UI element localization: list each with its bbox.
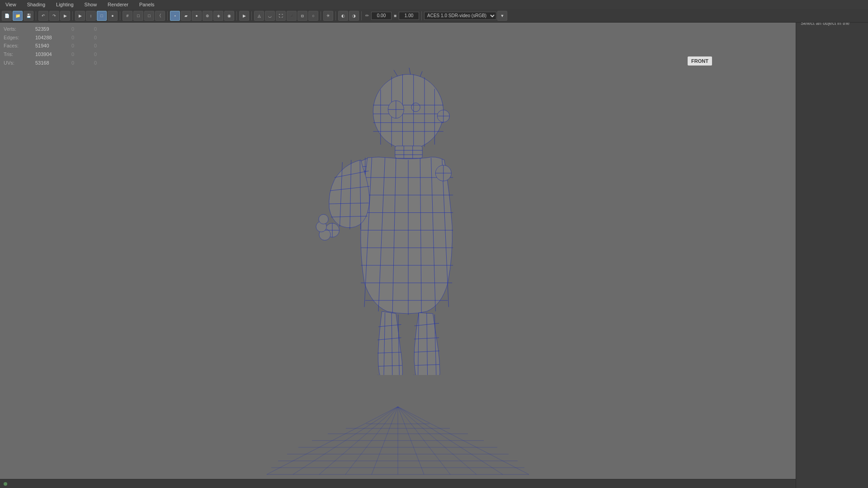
solid-btn[interactable]: ● (108, 11, 118, 21)
select-btn[interactable]: ▶ (75, 11, 85, 21)
faces-extra: 0 (94, 42, 108, 50)
deform-btn[interactable]: ◘ (297, 11, 307, 21)
rotate-label: ✏ (364, 13, 370, 18)
status-indicator (4, 482, 7, 486)
tris-row: Tris: 103904 0 0 (4, 50, 108, 59)
misc1-btn[interactable]: ○ (308, 11, 318, 21)
sep-6 (251, 11, 252, 20)
viewport[interactable]: FRONT .wire { fill: none; stroke: #2233a… (0, 23, 796, 488)
uvs-row: UVs: 53168 0 0 (4, 59, 108, 67)
menu-bar: View Shading Lighting Show Renderer Pane… (0, 0, 868, 9)
rotate-input[interactable] (371, 12, 392, 20)
tris-sel: 0 (71, 50, 85, 59)
hide-btn[interactable]: ◑ (349, 11, 359, 21)
edges-extra: 0 (94, 33, 108, 42)
redo-btn[interactable]: ↷ (49, 11, 59, 21)
sep-2 (72, 11, 73, 20)
sep-4 (167, 11, 168, 20)
menu-show[interactable]: Show (83, 1, 99, 8)
sym-btn[interactable]: ⊕ (203, 11, 212, 21)
show-all-btn[interactable]: ◐ (338, 11, 348, 21)
sep-8 (335, 11, 336, 20)
move-btn[interactable]: ↕ (86, 11, 96, 21)
grid-floor: .gridl { stroke: #2233aa; stroke-width: … (267, 407, 529, 479)
right-panel: List Selected Focus Attributes Select an… (796, 0, 868, 488)
verts-label: Verts: (4, 25, 26, 33)
edges-sel: 0 (71, 33, 85, 42)
menu-panels[interactable]: Panels (137, 1, 156, 8)
undo-btn[interactable]: ↶ (38, 11, 48, 21)
snap-btn[interactable]: ◬ (254, 11, 264, 21)
align-btn[interactable]: ◾ (287, 11, 297, 21)
save-file-btn[interactable]: 💾 (24, 11, 33, 21)
verts-value: 52359 (35, 25, 62, 33)
verts-sel: 0 (71, 25, 85, 33)
svg-point-57 (319, 214, 328, 224)
faces-row: Faces: 51940 0 0 (4, 42, 108, 50)
viewport-front-label: FRONT (688, 56, 712, 66)
sep-3 (120, 11, 120, 20)
edges-label: Edges: (4, 33, 26, 42)
faces-label: Faces: (4, 42, 26, 50)
edges-value: 104288 (35, 33, 62, 42)
character-model: .wire { fill: none; stroke: #2233aa; str… (296, 68, 522, 375)
poly-btn[interactable]: 〈 (155, 11, 165, 21)
scale-label: ■ (392, 13, 398, 18)
sep-7 (321, 11, 321, 20)
svg-rect-21 (395, 146, 422, 158)
mat-btn[interactable]: ● (192, 11, 202, 21)
menu-lighting[interactable]: Lighting (54, 1, 75, 8)
isolate-btn[interactable]: ◉ (224, 11, 234, 21)
light-btn[interactable]: □ (144, 11, 154, 21)
stats-overlay: Verts: 52359 0 0 Edges: 104288 0 0 Faces… (4, 25, 108, 67)
color-space-select[interactable]: ACES 1.0 SDR-video (sRGB) (424, 12, 496, 20)
magnet-btn[interactable]: ◡ (265, 11, 275, 21)
svg-point-3 (373, 75, 443, 149)
tris-value: 103904 (35, 50, 62, 59)
measure-btn[interactable]: ⛶ (276, 11, 286, 21)
sep-10 (421, 11, 422, 20)
uvs-sel: 0 (71, 59, 85, 67)
new-file-btn[interactable]: 📄 (2, 11, 12, 21)
toolbar: 📄 📁 💾 ↶ ↷ ▶ ▶ ↕ □ ● # □ □ 〈 ▪ ▰ ● ⊕ ◈ ◉ … (0, 9, 868, 23)
sep-5 (236, 11, 237, 20)
scale-input[interactable] (399, 12, 419, 20)
shade-btn[interactable]: ▪ (170, 11, 180, 21)
wireframe-btn[interactable]: □ (97, 11, 107, 21)
sep-1 (36, 11, 36, 20)
camera-btn[interactable]: □ (133, 11, 143, 21)
right-panel-content: Select an object in the (796, 16, 868, 488)
uvs-extra: 0 (94, 59, 108, 67)
menu-view[interactable]: View (4, 1, 18, 8)
grid-btn[interactable]: # (123, 11, 132, 21)
open-file-btn[interactable]: 📁 (13, 11, 23, 21)
xray-btn[interactable]: ◈ (213, 11, 223, 21)
select-mode-btn[interactable]: ▶ (239, 11, 249, 21)
faces-value: 51940 (35, 42, 62, 50)
status-bar (0, 479, 796, 488)
uvs-label: UVs: (4, 59, 26, 67)
edges-row: Edges: 104288 0 0 (4, 33, 108, 42)
color-space-dropdown[interactable]: ▼ (497, 11, 507, 21)
tex-btn[interactable]: ▰ (181, 11, 191, 21)
render-btn[interactable]: ▶ (60, 11, 70, 21)
verts-row: Verts: 52359 0 0 (4, 25, 108, 33)
tris-extra: 0 (94, 50, 108, 59)
sep-9 (361, 11, 362, 20)
verts-extra: 0 (94, 25, 108, 33)
menu-shading[interactable]: Shading (25, 1, 47, 8)
menu-renderer[interactable]: Renderer (106, 1, 130, 8)
uvs-value: 53168 (35, 59, 62, 67)
faces-sel: 0 (71, 42, 85, 50)
tris-label: Tris: (4, 50, 26, 59)
paint-btn[interactable]: ⚹ (323, 11, 333, 21)
